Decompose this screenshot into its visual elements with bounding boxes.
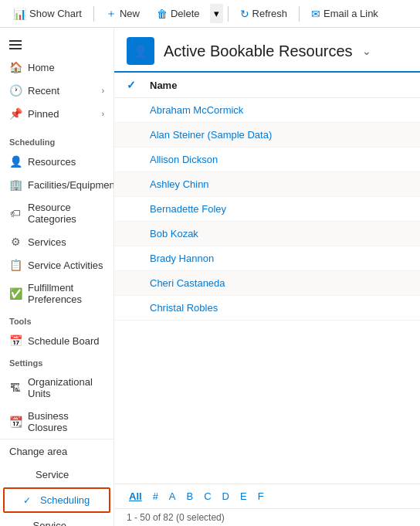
row-name: Abraham McCormick (150, 104, 408, 116)
table-check-col: ✓ (127, 79, 150, 91)
show-chart-label: Show Chart (29, 8, 82, 19)
alpha-btn-a[interactable]: A (167, 489, 178, 504)
sidebar-item-service-activities[interactable]: 📋 Service Activities (0, 253, 113, 277)
sidebar-item-services[interactable]: ⚙ Services (0, 230, 113, 253)
recent-label: Recent (28, 85, 96, 97)
row-name: Ashley Chinn (150, 178, 408, 190)
schedule-board-label: Schedule Board (28, 335, 104, 347)
alpha-btn-e[interactable]: E (238, 489, 249, 504)
content-area: 👤 Active Bookable Resources ⌄ ✓ Name Abr… (114, 28, 420, 526)
home-icon: 🏠 (9, 61, 22, 73)
new-button[interactable]: ＋ New (99, 3, 147, 25)
alpha-btn-d[interactable]: D (220, 489, 232, 504)
area-option-scheduling[interactable]: ✓ Scheduling (5, 489, 109, 511)
table-header: ✓ Name (114, 73, 420, 98)
table-row[interactable]: Ashley Chinn (114, 172, 420, 197)
pinned-chevron-icon: › (102, 110, 104, 118)
table-row[interactable]: Christal Robles (114, 296, 420, 321)
resources-icon: 👤 (9, 155, 22, 168)
new-label: New (120, 8, 140, 19)
email-icon: ✉ (311, 8, 320, 20)
row-name: Cheri Castaneda (150, 277, 408, 289)
alpha-btn-c[interactable]: C (202, 489, 213, 504)
table-row[interactable]: Alan Steiner (Sample Data) (114, 123, 420, 148)
refresh-button[interactable]: ↻ Refresh (233, 4, 295, 24)
table-row[interactable]: Allison Dickson (114, 148, 420, 172)
sidebar-item-home[interactable]: 🏠 Home (0, 56, 113, 79)
services-label: Services (28, 236, 104, 248)
sidebar-item-org-units[interactable]: 🏗 Organizational Units (0, 371, 113, 405)
new-icon: ＋ (106, 7, 117, 21)
table-container: ✓ Name Abraham McCormick Alan Steiner (S… (114, 71, 420, 484)
fulfillment-icon: ✅ (9, 287, 22, 300)
chart-icon: 📊 (13, 8, 26, 20)
sidebar-item-schedule-board[interactable]: 📅 Schedule Board (0, 329, 113, 352)
sidebar-item-business-closures[interactable]: 📆 Business Closures (0, 405, 113, 439)
delete-button[interactable]: 🗑 Delete (150, 4, 207, 24)
email-link-button[interactable]: ✉ Email a Link (304, 4, 385, 24)
refresh-icon: ↻ (240, 8, 249, 20)
page-icon: 👤 (127, 37, 154, 65)
scheduling-check-icon: ✓ (23, 495, 34, 506)
toolbar: 📊 Show Chart ＋ New 🗑 Delete ▾ ↻ Refresh … (0, 0, 420, 28)
service-option-label: Service (36, 469, 69, 480)
sidebar-bottom: Change area Service ✓ Scheduling Service… (0, 439, 113, 526)
alpha-btn-all[interactable]: All (127, 489, 144, 504)
settings-section-header: Settings (0, 352, 113, 371)
sidebar-item-fulfillment[interactable]: ✅ Fulfillment Preferences (0, 277, 113, 311)
recent-icon: 🕐 (9, 84, 22, 97)
sidebar-item-resources[interactable]: 👤 Resources (0, 150, 113, 173)
resources-label: Resources (28, 156, 104, 168)
delete-label: Delete (171, 8, 200, 19)
area-option-service[interactable]: Service (0, 463, 113, 486)
page-title-chevron-icon[interactable]: ⌄ (362, 45, 371, 57)
sidebar-item-facilities[interactable]: 🏢 Facilities/Equipment (0, 173, 113, 196)
page-title: Active Bookable Resources (164, 42, 353, 60)
facilities-label: Facilities/Equipment (28, 179, 114, 191)
service-mgmt-option-label: Service Management (33, 520, 104, 526)
schedule-board-icon: 📅 (9, 334, 22, 347)
alpha-btn-f[interactable]: F (256, 489, 266, 504)
resource-categories-label: Resource Categories (28, 202, 104, 225)
table-rows: Abraham McCormick Alan Steiner (Sample D… (114, 98, 420, 321)
toolbar-divider-3 (299, 6, 300, 22)
facilities-icon: 🏢 (9, 178, 22, 191)
tools-section-header: Tools (0, 311, 113, 329)
table-row[interactable]: Abraham McCormick (114, 98, 420, 123)
main-container: 🏠 Home 🕐 Recent › 📌 Pinned › Scheduling … (0, 28, 420, 526)
hamburger-menu[interactable] (0, 34, 113, 56)
scheduling-option-label: Scheduling (40, 494, 90, 506)
area-option-service-management[interactable]: Service Management (0, 514, 113, 526)
table-row[interactable]: Brady Hannon (114, 246, 420, 271)
alpha-btn-b[interactable]: B (185, 489, 196, 504)
service-activities-icon: 📋 (9, 259, 22, 271)
table-row[interactable]: Bernadette Foley (114, 197, 420, 222)
sidebar-item-resource-categories[interactable]: 🏷 Resource Categories (0, 196, 113, 230)
alpha-btn-#[interactable]: # (151, 489, 161, 504)
table-name-column-header: Name (150, 80, 408, 91)
row-name: Brady Hannon (150, 253, 408, 264)
table-row[interactable]: Cheri Castaneda (114, 271, 420, 296)
scheduling-selected-box: ✓ Scheduling (3, 487, 110, 513)
recent-chevron-icon: › (102, 87, 104, 95)
row-name: Christal Robles (150, 302, 408, 314)
services-icon: ⚙ (9, 236, 22, 248)
change-area-button[interactable]: Change area (0, 439, 113, 463)
delete-dropdown-button[interactable]: ▾ (210, 4, 223, 23)
change-area-label: Change area (9, 446, 67, 457)
home-label: Home (28, 62, 104, 73)
pin-icon: 📌 (9, 107, 22, 120)
row-name: Alan Steiner (Sample Data) (150, 129, 408, 141)
org-units-icon: 🏗 (9, 382, 22, 394)
toolbar-divider-1 (93, 6, 94, 22)
sidebar-item-recent[interactable]: 🕐 Recent › (0, 79, 113, 102)
sidebar-item-pinned[interactable]: 📌 Pinned › (0, 102, 113, 125)
table-checkmark-icon: ✓ (127, 79, 136, 91)
show-chart-button[interactable]: 📊 Show Chart (6, 4, 89, 24)
hamburger-icon (9, 40, 22, 49)
refresh-label: Refresh (252, 8, 288, 19)
sidebar: 🏠 Home 🕐 Recent › 📌 Pinned › Scheduling … (0, 28, 114, 526)
email-link-label: Email a Link (323, 8, 378, 19)
row-name: Bernadette Foley (150, 203, 408, 215)
table-row[interactable]: Bob Kozak (114, 222, 420, 246)
